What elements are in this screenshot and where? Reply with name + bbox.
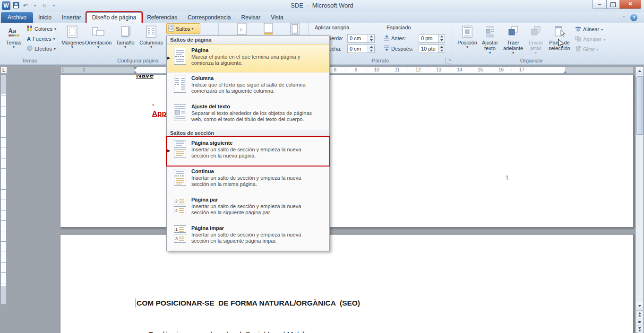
marca-de-agua-button[interactable]: A	[234, 25, 249, 34]
despues-spin-up[interactable]	[438, 45, 445, 49]
alinear-button[interactable]: Alinear▾	[574, 25, 604, 34]
antes-spin-up[interactable]	[438, 35, 445, 38]
derecha-input[interactable]: 0 cm	[347, 44, 375, 53]
maximize-button[interactable]	[607, 0, 620, 9]
text-wrap-break-icon	[173, 104, 188, 123]
right-indent-marker[interactable]	[563, 71, 567, 73]
tamano-icon	[113, 24, 137, 40]
select-browse-object-button[interactable]	[636, 318, 643, 326]
menu-item-pagina-impar[interactable]: 13 Página impar Insertar un salto de sec…	[167, 222, 329, 251]
tab-referencias[interactable]: Referencias	[142, 12, 182, 23]
vertical-ruler[interactable]	[0, 75, 7, 305]
vruler-bottom-margin	[1, 286, 6, 304]
temas-button[interactable]: Aa Temas ▾	[3, 24, 25, 56]
help-icon[interactable]: ?	[630, 14, 637, 21]
minimize-ribbon-icon[interactable]: ⌃	[622, 16, 626, 20]
tab-inicio[interactable]: Inicio	[33, 12, 57, 23]
agrupar-label: Agrupar	[583, 36, 601, 42]
temas-icon: Aa	[3, 24, 25, 40]
posicion-button[interactable]: Posición ▾	[456, 24, 478, 56]
minimize-button[interactable]: –	[592, 0, 607, 9]
izquierda-input[interactable]: 0 cm	[347, 34, 375, 43]
group-temas: Aa Temas ▾ Colores▾ A Fuentes▾ Efectos▾ …	[1, 23, 58, 64]
despues-label: Después:	[391, 46, 413, 52]
traer-adelante-icon	[502, 24, 524, 40]
colores-label: Colores	[34, 26, 52, 32]
posicion-icon	[456, 24, 478, 40]
derecha-spin-up[interactable]	[368, 45, 374, 49]
pointer-triangle-icon: ▶	[167, 56, 170, 60]
despues-input[interactable]: 10 pto	[419, 44, 445, 53]
derecha-spin-down[interactable]	[368, 49, 374, 53]
scroll-down-button[interactable]	[636, 302, 643, 310]
menu-item-title: Ajuste del texto	[191, 104, 317, 109]
tendencia-line: Tendència a cercadors: local. Social Loc…	[137, 322, 309, 333]
bordes-de-pagina-icon	[289, 23, 301, 36]
svg-text:3: 3	[175, 237, 178, 241]
group-label-organizar: Organizar	[453, 58, 610, 63]
antes-label: Antes:	[391, 35, 406, 41]
antes-spin-down[interactable]	[438, 38, 445, 42]
espaciado-title: Espaciado	[386, 25, 411, 30]
tab-stop-selector[interactable]: L	[0, 67, 7, 74]
saltos-label: Saltos	[176, 26, 190, 32]
odd-page-section-break-icon: 13	[173, 225, 188, 244]
colores-button[interactable]: Colores▾	[26, 24, 58, 34]
seo-heading: COM POSICIONAR-SE DE FORMA NATURAL/ORGÀN…	[137, 299, 360, 307]
saltos-button[interactable]: Saltos ▾	[166, 23, 200, 34]
agrupar-button[interactable]: Agrupar▾	[574, 35, 607, 44]
tab-correspondencia[interactable]: Correspondencia	[182, 12, 236, 23]
menu-item-pagina[interactable]: ▶ Página Marcar el punto en el que termi…	[167, 44, 329, 72]
scrollbar-thumb[interactable]	[636, 76, 644, 135]
margenes-button[interactable]: Márgenes ▾	[61, 24, 83, 56]
menu-item-continua[interactable]: Continua Insertar un salto de sección y …	[167, 166, 329, 194]
first-line-indent-marker[interactable]	[133, 67, 137, 70]
close-button[interactable]: ✕	[620, 0, 641, 9]
ajustar-texto-label: Ajustar texto	[482, 40, 498, 51]
antes-value: 0 pto	[419, 35, 438, 41]
efectos-button[interactable]: Efectos▾	[26, 44, 57, 53]
ajustar-texto-button[interactable]: Ajustar texto ▾	[479, 24, 501, 56]
enviar-atras-button[interactable]: Enviar atrás ▾	[525, 24, 546, 56]
despues-spin-down[interactable]	[438, 49, 445, 53]
menu-item-pagina-par[interactable]: 24 Página par Insertar un salto de secci…	[167, 194, 329, 222]
tab-insertar[interactable]: Insertar	[57, 12, 86, 23]
girar-button[interactable]: Girar▾	[574, 44, 600, 54]
espaciado-despues-icon	[384, 45, 390, 52]
horizontal-ruler[interactable]: 1·2·1·2·3·4·5·6·7·8·9·10·11·12·13·14·15·…	[60, 67, 634, 74]
title-bar: W ↶ ▾ ↻ ▾ SDE - Microsoft Word – ✕	[0, 0, 644, 13]
antes-input[interactable]: 0 pto	[419, 34, 445, 43]
hanging-indent-marker[interactable]	[133, 71, 137, 73]
color-de-pagina-button[interactable]	[261, 25, 276, 34]
tab-diseno-de-pagina[interactable]: Diseño de página	[86, 12, 142, 23]
izquierda-spin-up[interactable]	[368, 35, 374, 38]
column-break-icon	[173, 75, 188, 94]
parrafo-dialog-launcher-icon[interactable]: ↘	[446, 58, 451, 63]
izquierda-value: 0 cm	[348, 35, 368, 41]
tamano-button[interactable]: Tamaño ▾	[113, 24, 137, 56]
saltos-dropdown-menu: Saltos de página ▶ Página Marcar el punt…	[166, 35, 330, 251]
page-break-icon	[173, 47, 188, 66]
next-page-button[interactable]	[636, 326, 643, 333]
fuentes-button[interactable]: A Fuentes▾	[26, 34, 57, 44]
traer-adelante-button[interactable]: Traer adelante ▾	[502, 24, 524, 56]
previous-page-button[interactable]	[636, 311, 643, 318]
menu-section-saltos-de-seccion: Saltos de sección	[167, 129, 329, 137]
tab-revisar[interactable]: Revisar	[236, 12, 266, 23]
pointer-triangle-icon: ▶	[167, 149, 170, 153]
alinear-label: Alinear	[583, 26, 599, 32]
menu-item-ajuste-del-texto[interactable]: Ajuste del texto Separar el texto alrede…	[167, 101, 329, 129]
tab-archivo[interactable]: Archivo	[1, 12, 33, 23]
scroll-up-button[interactable]	[636, 67, 643, 75]
columnas-button[interactable]: Columnas ▾	[139, 24, 163, 56]
tab-vista[interactable]: Vista	[266, 12, 288, 23]
menu-item-columna[interactable]: Columna Indicar que el texto que sigue a…	[167, 72, 329, 101]
bordes-de-pagina-button[interactable]	[287, 25, 302, 34]
color-de-pagina-icon	[262, 23, 275, 36]
menu-item-pagina-siguiente[interactable]: ▶ Página siguiente Insertar un salto de …	[167, 137, 329, 166]
group-label-temas: Temas	[1, 58, 58, 63]
orientacion-button[interactable]: Orientación ▾	[85, 24, 112, 56]
svg-text:Aa: Aa	[8, 27, 16, 35]
izquierda-spin-down[interactable]	[368, 38, 374, 42]
vertical-scrollbar[interactable]	[635, 67, 644, 333]
